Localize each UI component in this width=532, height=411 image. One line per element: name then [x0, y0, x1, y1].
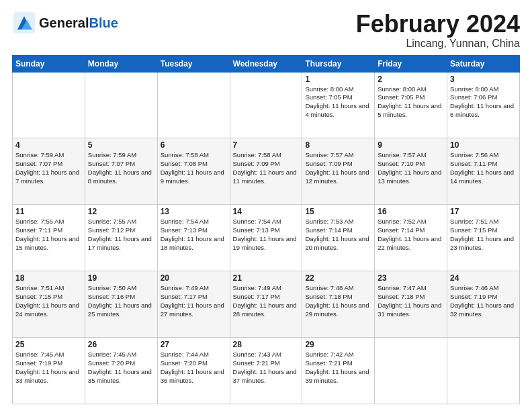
calendar-cell: 14Sunrise: 7:54 AM Sunset: 7:13 PM Dayli…: [230, 205, 302, 271]
col-header-tuesday: Tuesday: [157, 55, 230, 72]
col-header-thursday: Thursday: [302, 55, 375, 72]
calendar-cell: 18Sunrise: 7:51 AM Sunset: 7:15 PM Dayli…: [13, 271, 85, 338]
calendar-cell: 29Sunrise: 7:42 AM Sunset: 7:21 PM Dayli…: [302, 338, 375, 404]
day-info: Sunrise: 7:47 AM Sunset: 7:18 PM Dayligh…: [378, 284, 444, 318]
calendar-cell: 4Sunrise: 7:59 AM Sunset: 7:07 PM Daylig…: [13, 138, 85, 205]
header: GeneralBlue February 2024 Lincang, Yunna…: [12, 11, 520, 50]
calendar-cell: 26Sunrise: 7:45 AM Sunset: 7:20 PM Dayli…: [85, 338, 157, 404]
calendar-cell: 1Sunrise: 8:00 AM Sunset: 7:05 PM Daylig…: [302, 72, 375, 138]
col-header-wednesday: Wednesday: [230, 55, 302, 72]
day-info: Sunrise: 7:49 AM Sunset: 7:17 PM Dayligh…: [161, 284, 227, 318]
calendar-cell: 22Sunrise: 7:48 AM Sunset: 7:18 PM Dayli…: [302, 271, 375, 338]
day-number: 2: [378, 75, 444, 84]
day-number: 28: [233, 340, 300, 349]
day-info: Sunrise: 7:59 AM Sunset: 7:07 PM Dayligh…: [15, 151, 82, 185]
logo-icon: [12, 11, 36, 35]
calendar-cell: 7Sunrise: 7:58 AM Sunset: 7:09 PM Daylig…: [230, 138, 302, 205]
day-info: Sunrise: 7:58 AM Sunset: 7:09 PM Dayligh…: [233, 151, 300, 185]
day-number: 7: [233, 140, 300, 150]
day-number: 5: [88, 140, 154, 150]
day-info: Sunrise: 7:54 AM Sunset: 7:13 PM Dayligh…: [161, 218, 227, 252]
calendar-cell: 9Sunrise: 7:57 AM Sunset: 7:10 PM Daylig…: [375, 138, 447, 205]
day-number: 18: [15, 273, 82, 283]
day-info: Sunrise: 8:00 AM Sunset: 7:05 PM Dayligh…: [378, 85, 444, 120]
day-number: 17: [450, 207, 517, 216]
day-number: 23: [378, 273, 444, 283]
calendar-week-2: 4Sunrise: 7:59 AM Sunset: 7:07 PM Daylig…: [13, 138, 520, 205]
calendar-cell: 28Sunrise: 7:43 AM Sunset: 7:21 PM Dayli…: [230, 338, 302, 404]
calendar-body: 1Sunrise: 8:00 AM Sunset: 7:05 PM Daylig…: [13, 72, 520, 404]
calendar-table: SundayMondayTuesdayWednesdayThursdayFrid…: [12, 55, 520, 404]
day-number: 21: [233, 273, 300, 283]
day-number: 24: [450, 273, 517, 283]
day-number: 19: [88, 273, 154, 283]
col-header-monday: Monday: [85, 55, 157, 72]
calendar-cell: [157, 72, 230, 138]
calendar-cell: 19Sunrise: 7:50 AM Sunset: 7:16 PM Dayli…: [85, 271, 157, 338]
calendar-cell: 25Sunrise: 7:45 AM Sunset: 7:19 PM Dayli…: [13, 338, 85, 404]
day-info: Sunrise: 7:45 AM Sunset: 7:19 PM Dayligh…: [15, 351, 82, 385]
day-info: Sunrise: 8:00 AM Sunset: 7:06 PM Dayligh…: [450, 85, 517, 120]
day-number: 11: [15, 207, 82, 216]
calendar-cell: 27Sunrise: 7:44 AM Sunset: 7:20 PM Dayli…: [157, 338, 230, 404]
calendar-cell: [230, 72, 302, 138]
day-info: Sunrise: 7:56 AM Sunset: 7:11 PM Dayligh…: [450, 151, 517, 185]
day-info: Sunrise: 7:46 AM Sunset: 7:19 PM Dayligh…: [450, 284, 517, 318]
calendar-cell: 20Sunrise: 7:49 AM Sunset: 7:17 PM Dayli…: [157, 271, 230, 338]
day-number: 8: [305, 140, 371, 150]
calendar-header-row: SundayMondayTuesdayWednesdayThursdayFrid…: [13, 55, 520, 72]
day-info: Sunrise: 7:48 AM Sunset: 7:18 PM Dayligh…: [305, 284, 371, 318]
day-number: 6: [161, 140, 227, 150]
day-info: Sunrise: 7:58 AM Sunset: 7:08 PM Dayligh…: [161, 151, 227, 185]
day-number: 15: [305, 207, 371, 216]
logo-blue: Blue: [89, 15, 118, 30]
title-block: February 2024 Lincang, Yunnan, China: [356, 11, 520, 50]
calendar-cell: 3Sunrise: 8:00 AM Sunset: 7:06 PM Daylig…: [447, 72, 520, 138]
day-number: 12: [88, 207, 154, 216]
calendar-cell: 23Sunrise: 7:47 AM Sunset: 7:18 PM Dayli…: [375, 271, 447, 338]
calendar-cell: 10Sunrise: 7:56 AM Sunset: 7:11 PM Dayli…: [447, 138, 520, 205]
calendar-cell: 8Sunrise: 7:57 AM Sunset: 7:09 PM Daylig…: [302, 138, 375, 205]
day-info: Sunrise: 7:50 AM Sunset: 7:16 PM Dayligh…: [88, 284, 154, 318]
day-info: Sunrise: 7:52 AM Sunset: 7:14 PM Dayligh…: [378, 218, 444, 252]
location: Lincang, Yunnan, China: [356, 38, 520, 50]
day-info: Sunrise: 7:55 AM Sunset: 7:12 PM Dayligh…: [88, 218, 154, 252]
day-number: 9: [378, 140, 444, 150]
calendar-cell: 5Sunrise: 7:59 AM Sunset: 7:07 PM Daylig…: [85, 138, 157, 205]
day-number: 1: [305, 75, 371, 84]
calendar-week-1: 1Sunrise: 8:00 AM Sunset: 7:05 PM Daylig…: [13, 72, 520, 138]
calendar-cell: 24Sunrise: 7:46 AM Sunset: 7:19 PM Dayli…: [447, 271, 520, 338]
calendar-page: GeneralBlue February 2024 Lincang, Yunna…: [0, 0, 532, 411]
calendar-cell: [13, 72, 85, 138]
day-number: 10: [450, 140, 517, 150]
day-number: 29: [305, 340, 371, 349]
day-number: 22: [305, 273, 371, 283]
day-number: 4: [15, 140, 82, 150]
day-info: Sunrise: 7:55 AM Sunset: 7:11 PM Dayligh…: [15, 218, 82, 252]
calendar-cell: [85, 72, 157, 138]
calendar-cell: 21Sunrise: 7:49 AM Sunset: 7:17 PM Dayli…: [230, 271, 302, 338]
calendar-cell: 13Sunrise: 7:54 AM Sunset: 7:13 PM Dayli…: [157, 205, 230, 271]
col-header-saturday: Saturday: [447, 55, 520, 72]
day-info: Sunrise: 7:51 AM Sunset: 7:15 PM Dayligh…: [15, 284, 82, 318]
day-info: Sunrise: 7:57 AM Sunset: 7:09 PM Dayligh…: [305, 151, 371, 185]
calendar-cell: 15Sunrise: 7:53 AM Sunset: 7:14 PM Dayli…: [302, 205, 375, 271]
day-info: Sunrise: 7:53 AM Sunset: 7:14 PM Dayligh…: [305, 218, 371, 252]
calendar-cell: 12Sunrise: 7:55 AM Sunset: 7:12 PM Dayli…: [85, 205, 157, 271]
day-number: 25: [15, 340, 82, 349]
calendar-cell: 2Sunrise: 8:00 AM Sunset: 7:05 PM Daylig…: [375, 72, 447, 138]
calendar-week-3: 11Sunrise: 7:55 AM Sunset: 7:11 PM Dayli…: [13, 205, 520, 271]
day-number: 16: [378, 207, 444, 216]
day-number: 26: [88, 340, 154, 349]
col-header-sunday: Sunday: [13, 55, 85, 72]
day-info: Sunrise: 7:45 AM Sunset: 7:20 PM Dayligh…: [88, 351, 154, 385]
calendar-cell: [447, 338, 520, 404]
col-header-friday: Friday: [375, 55, 447, 72]
calendar-week-5: 25Sunrise: 7:45 AM Sunset: 7:19 PM Dayli…: [13, 338, 520, 404]
day-info: Sunrise: 7:43 AM Sunset: 7:21 PM Dayligh…: [233, 351, 300, 385]
day-info: Sunrise: 7:42 AM Sunset: 7:21 PM Dayligh…: [305, 351, 371, 385]
calendar-cell: 16Sunrise: 7:52 AM Sunset: 7:14 PM Dayli…: [375, 205, 447, 271]
calendar-week-4: 18Sunrise: 7:51 AM Sunset: 7:15 PM Dayli…: [13, 271, 520, 338]
day-info: Sunrise: 7:51 AM Sunset: 7:15 PM Dayligh…: [450, 218, 517, 252]
calendar-cell: [375, 338, 447, 404]
